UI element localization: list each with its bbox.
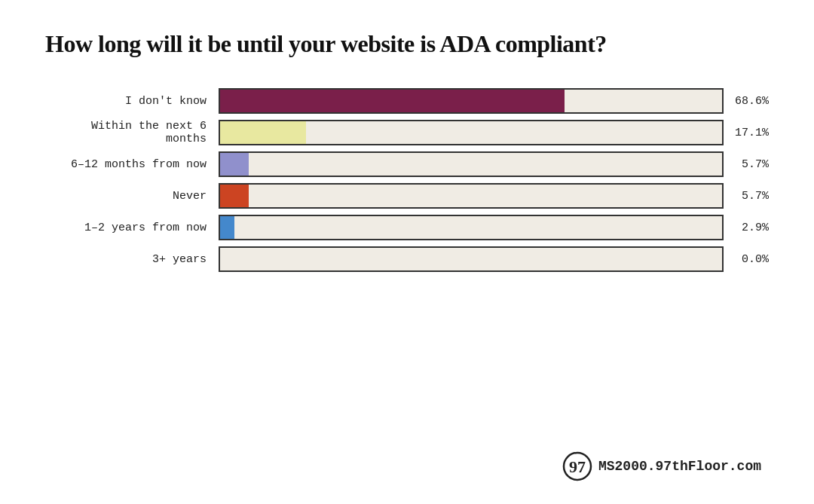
bar-fill (220, 216, 234, 239)
footer-brand-text: MS2000.97thFloor.com (598, 459, 761, 474)
bar-row: Within the next 6 months17.1% (45, 120, 769, 145)
bar-row: 3+ years0.0% (45, 246, 769, 272)
bar-percent: 0.0% (724, 253, 769, 266)
chart-title: How long will it be until your website i… (45, 30, 769, 58)
bar-row: 1–2 years from now2.9% (45, 215, 769, 240)
bar-label: Never (45, 190, 219, 203)
bar-fill (220, 90, 565, 112)
bar-container (219, 151, 724, 177)
bar-row: 6–12 months from now5.7% (45, 151, 769, 177)
chart-area: I don't know68.6%Within the next 6 month… (45, 88, 769, 436)
bar-fill (220, 153, 249, 176)
bar-row: I don't know68.6% (45, 88, 769, 114)
bar-fill (220, 121, 306, 144)
bar-percent: 68.6% (724, 95, 769, 108)
bar-label: 3+ years (45, 253, 219, 266)
bar-container (219, 120, 724, 145)
bar-percent: 17.1% (724, 127, 769, 139)
page: How long will it be until your website i… (0, 0, 814, 504)
bar-container (219, 215, 724, 240)
bar-row: Never5.7% (45, 183, 769, 209)
bar-percent: 2.9% (724, 221, 769, 234)
svg-text:97: 97 (569, 457, 586, 476)
bar-label: 1–2 years from now (45, 221, 219, 234)
bar-container (219, 88, 724, 114)
bar-percent: 5.7% (724, 158, 769, 171)
bar-label: Within the next 6 months (45, 120, 219, 145)
footer-logo: 97 MS2000.97thFloor.com (562, 451, 761, 481)
logo-icon: 97 (562, 451, 592, 481)
bar-percent: 5.7% (724, 190, 769, 203)
footer: 97 MS2000.97thFloor.com (45, 451, 769, 481)
bar-label: I don't know (45, 95, 219, 108)
bar-container (219, 246, 724, 272)
bar-container (219, 183, 724, 209)
bar-fill (220, 185, 249, 207)
bar-label: 6–12 months from now (45, 158, 219, 171)
